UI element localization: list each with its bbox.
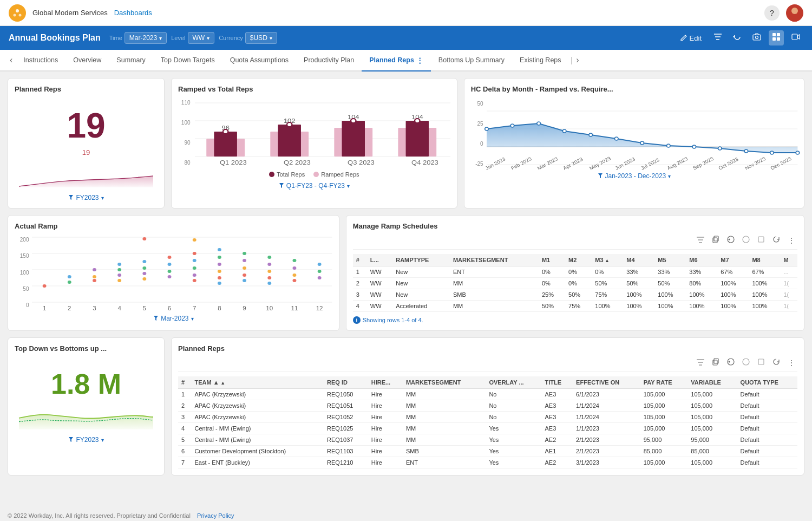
col-m3: M3 <box>592 254 623 266</box>
filter-icon-actual <box>153 315 159 322</box>
ramp-row-3: 3WWNewSMB25%50%75%100%100%100%100%100%1( <box>353 289 797 301</box>
refresh-pr-table-icon[interactable] <box>770 357 782 368</box>
actual-ramp-footer[interactable]: Mar-2023 <box>15 315 332 322</box>
svg-point-51 <box>770 151 774 154</box>
tabs-prev-button[interactable]: ‹ <box>6 55 16 65</box>
actual-ramp-card: Actual Ramp 200 150 100 50 0 <box>8 215 339 331</box>
more-table-icon[interactable]: ⋮ <box>785 235 797 246</box>
tab-productivity-plan[interactable]: Productivity Plan <box>296 50 362 71</box>
planned-reps-card: Planned Reps 19 19 FY2023 <box>8 78 165 209</box>
tab-bottoms-up-summary[interactable]: Bottoms Up Summary <box>431 50 512 71</box>
y-label-80: 80 <box>178 160 191 166</box>
actual-ramp-title: Actual Ramp <box>15 222 332 230</box>
svg-rect-21 <box>278 125 300 157</box>
svg-point-47 <box>666 144 670 147</box>
export-pr-table-icon[interactable] <box>725 357 737 368</box>
export-table-icon[interactable] <box>725 235 737 246</box>
col-m7: M7 <box>717 254 749 266</box>
planned-reps-footer[interactable]: FY2023 <box>15 194 158 201</box>
add-table-icon[interactable] <box>740 235 752 246</box>
refresh-icon-button[interactable] <box>730 30 745 45</box>
copy-table-icon[interactable] <box>710 235 722 246</box>
svg-text:Q4 2023: Q4 2023 <box>411 159 438 166</box>
pr-row-4: 4Central - MM (Ewing)REQ1025HireMMYesAE3… <box>178 423 797 434</box>
pr-row-3: 3APAC (Krzyzewski)REQ1052HireMMNoAE31/1/… <box>178 412 797 423</box>
svg-point-117 <box>318 276 322 279</box>
pr-col-team: TEAM ▲ <box>192 376 324 389</box>
hc-delta-footer[interactable]: Jan-2023 - Dec-2023 <box>471 172 797 180</box>
svg-text:Jul 2023: Jul 2023 <box>639 157 660 171</box>
tab-overview[interactable]: Overview <box>66 50 109 71</box>
more-pr-table-icon[interactable]: ⋮ <box>785 357 797 368</box>
refresh-table-icon[interactable] <box>770 235 782 246</box>
svg-point-78 <box>118 273 122 277</box>
svg-point-88 <box>168 275 172 278</box>
filter-table-icon[interactable] <box>695 235 706 246</box>
svg-rect-11 <box>792 34 797 40</box>
svg-point-30 <box>351 119 356 123</box>
edit-button[interactable]: Edit <box>676 32 706 44</box>
svg-text:Feb 2023: Feb 2023 <box>509 156 532 171</box>
svg-text:Jan 2023: Jan 2023 <box>484 156 506 171</box>
level-dropdown[interactable]: WW <box>188 32 215 44</box>
top-down-footer[interactable]: FY2023 <box>15 436 158 444</box>
col-market: MARKETSEGMENT <box>450 254 539 266</box>
y-label-110: 110 <box>178 100 191 106</box>
planned-reps-title: Planned Reps <box>15 85 158 93</box>
tabs-next-button[interactable]: › <box>573 55 582 65</box>
delete-table-icon[interactable] <box>755 235 767 246</box>
currency-dropdown[interactable]: $USD <box>245 32 277 44</box>
svg-point-97 <box>218 263 221 266</box>
svg-point-44 <box>588 133 592 136</box>
svg-point-40 <box>484 127 488 131</box>
svg-rect-137 <box>714 359 718 363</box>
tab-existing-reps[interactable]: Existing Reps <box>512 50 568 71</box>
level-control: Level WW <box>171 32 214 44</box>
delete-pr-table-icon[interactable] <box>755 357 767 368</box>
col-m5: M5 <box>654 254 686 266</box>
help-icon[interactable]: ? <box>764 5 780 21</box>
svg-point-0 <box>16 9 19 12</box>
svg-point-43 <box>562 129 566 133</box>
svg-point-102 <box>243 259 247 262</box>
currency-label: Currency <box>219 35 243 41</box>
tab-summary[interactable]: Summary <box>109 50 153 71</box>
tab-planned-reps[interactable]: Planned Reps ⋮ <box>362 50 431 71</box>
col-m8: M8 <box>749 254 780 266</box>
video-icon-button[interactable] <box>788 30 803 45</box>
time-dropdown[interactable]: Mar-2023 <box>125 32 167 44</box>
svg-point-98 <box>218 270 221 273</box>
pr-col-variable: VARIABLE <box>687 376 737 389</box>
copy-pr-table-icon[interactable] <box>710 357 722 368</box>
time-control: Time Mar-2023 <box>109 32 167 44</box>
currency-control: Currency $USD <box>219 32 277 44</box>
manage-ramp-card: Manage Ramp Schedules <box>346 215 804 331</box>
svg-point-112 <box>293 266 297 270</box>
user-avatar[interactable] <box>786 4 803 22</box>
filter-icon-button[interactable] <box>710 30 725 45</box>
tab-top-down-targets[interactable]: Top Down Targets <box>153 50 222 71</box>
ramped-reps-footer[interactable]: Q1-FY23 - Q4-FY23 <box>178 182 450 190</box>
privacy-policy-link[interactable]: Privacy Policy <box>197 512 234 519</box>
svg-point-6 <box>756 36 758 39</box>
tab-instructions[interactable]: Instructions <box>16 50 66 71</box>
planned-reps-table: # TEAM ▲ REQ ID HIRE... MARKETSEGMENT OV… <box>178 376 797 468</box>
top-down-card: Top Down vs Bottoms up ... 1.8 M <box>8 337 165 476</box>
col-num: # <box>353 254 367 266</box>
actual-ramp-chart: 1 2 3 4 5 6 7 8 9 10 11 12 <box>32 235 332 310</box>
tab-quota-assumptions[interactable]: Quota Assumptions <box>222 50 296 71</box>
filter-icon-hc <box>598 173 603 179</box>
planned-reps-tab-more[interactable]: ⋮ <box>416 56 423 64</box>
filter-pr-table-icon[interactable] <box>695 357 706 368</box>
svg-text:Apr 2023: Apr 2023 <box>561 156 584 171</box>
nav-dashboards-link[interactable]: Dashboards <box>114 9 152 17</box>
grid-icon-button[interactable] <box>769 30 784 45</box>
svg-text:Dec 2023: Dec 2023 <box>769 155 793 171</box>
svg-point-101 <box>243 252 247 255</box>
camera-icon-button[interactable] <box>749 30 764 45</box>
svg-point-140 <box>743 359 749 365</box>
svg-point-93 <box>193 273 197 277</box>
add-pr-table-icon[interactable] <box>740 357 752 368</box>
svg-point-76 <box>118 263 122 266</box>
svg-point-108 <box>268 270 272 273</box>
